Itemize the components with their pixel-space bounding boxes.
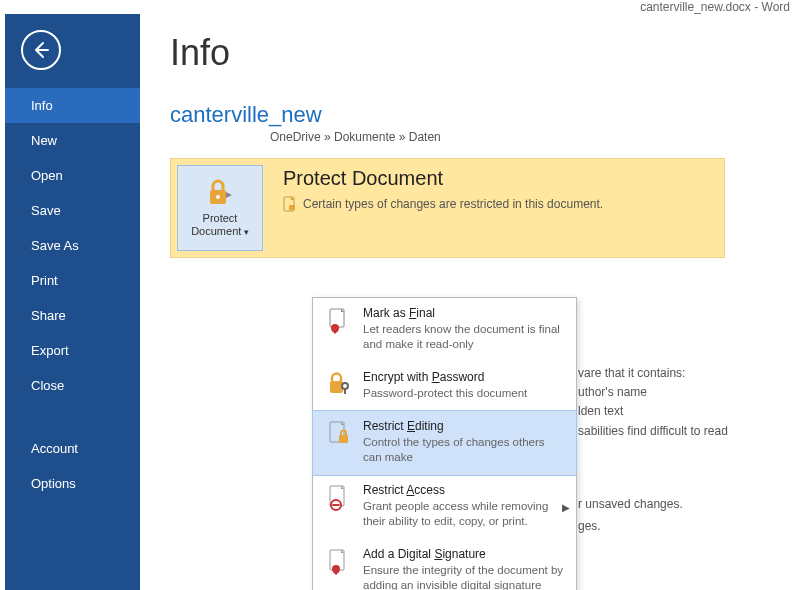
protect-note: Certain types of changes are restricted … — [303, 197, 603, 211]
document-block-icon — [328, 485, 350, 511]
backstage-sidebar: Info New Open Save Save As Print Share E… — [5, 14, 140, 590]
menu-desc: Ensure the integrity of the document by … — [363, 563, 566, 590]
title-bar: canterville_new.docx - Word — [0, 0, 798, 14]
nav-close[interactable]: Close — [5, 368, 140, 403]
arrow-left-icon — [31, 40, 51, 60]
nav-label: Open — [31, 168, 63, 183]
menu-desc: Let readers know the document is final a… — [363, 322, 566, 352]
nav-label: Save — [31, 203, 61, 218]
svg-rect-6 — [330, 381, 343, 393]
document-name: canterville_new — [170, 102, 798, 128]
svg-rect-9 — [339, 435, 348, 443]
page-title: Info — [170, 32, 798, 74]
document-path: OneDrive » Dokumente » Daten — [170, 130, 798, 144]
menu-title: Mark as Final — [363, 306, 566, 320]
document-lock-icon — [328, 421, 350, 447]
nav-label: New — [31, 133, 57, 148]
lock-key-icon — [328, 372, 350, 396]
submenu-arrow-icon: ▶ — [562, 501, 570, 512]
menu-restrict-editing[interactable]: Restrict Editing Control the types of ch… — [312, 410, 577, 476]
nav-save[interactable]: Save — [5, 193, 140, 228]
svg-point-5 — [331, 324, 339, 332]
protect-document-button[interactable]: Protect Document ▾ — [177, 165, 263, 251]
protect-btn-line1: Protect — [203, 212, 238, 224]
menu-title: Add a Digital Signature — [363, 547, 566, 561]
nav-label: Save As — [31, 238, 79, 253]
back-button[interactable] — [21, 30, 61, 70]
partially-visible-versions-text: r unsaved changes. ges. — [578, 494, 683, 537]
lock-shield-icon — [204, 178, 236, 208]
menu-digital-signature[interactable]: Add a Digital Signature Ensure the integ… — [313, 539, 576, 590]
nav-share[interactable]: Share — [5, 298, 140, 333]
nav-label: Info — [31, 98, 53, 113]
nav-open[interactable]: Open — [5, 158, 140, 193]
menu-title: Restrict Access — [363, 483, 566, 497]
menu-desc: Grant people access while removing their… — [363, 499, 566, 529]
svg-point-7 — [342, 383, 348, 389]
nav-export[interactable]: Export — [5, 333, 140, 368]
document-lock-icon — [283, 196, 297, 212]
protect-btn-line2: Document — [191, 225, 241, 237]
nav-label: Share — [31, 308, 66, 323]
nav-options[interactable]: Options — [5, 466, 140, 501]
menu-mark-as-final[interactable]: Mark as Final Let readers know the docum… — [313, 298, 576, 362]
nav-label: Export — [31, 343, 69, 358]
menu-encrypt-password[interactable]: Encrypt with Password Password-protect t… — [313, 362, 576, 411]
nav-label: Print — [31, 273, 58, 288]
window-title: canterville_new.docx - Word — [640, 0, 790, 14]
nav-save-as[interactable]: Save As — [5, 228, 140, 263]
protect-document-panel: Protect Document ▾ Protect Document Cert… — [170, 158, 725, 258]
protect-heading: Protect Document — [283, 167, 603, 190]
nav-new[interactable]: New — [5, 123, 140, 158]
content-area: Info canterville_new OneDrive » Dokument… — [140, 14, 798, 590]
nav-label: Close — [31, 378, 64, 393]
nav-info[interactable]: Info — [5, 88, 140, 123]
partially-visible-inspect-text: vare that it contains: uthor's name lden… — [578, 364, 728, 441]
menu-desc: Password-protect this document — [363, 386, 566, 401]
nav-label: Account — [31, 441, 78, 456]
menu-desc: Control the types of changes others can … — [363, 435, 566, 465]
nav-label: Options — [31, 476, 76, 491]
menu-restrict-access[interactable]: Restrict Access Grant people access whil… — [313, 475, 576, 539]
menu-title: Encrypt with Password — [363, 370, 566, 384]
svg-rect-3 — [289, 205, 295, 210]
svg-point-1 — [216, 195, 220, 199]
dropdown-caret-icon: ▾ — [241, 227, 249, 237]
protect-document-menu: Mark as Final Let readers know the docum… — [312, 297, 577, 590]
nav-account[interactable]: Account — [5, 431, 140, 466]
document-seal-icon — [328, 549, 350, 575]
nav-print[interactable]: Print — [5, 263, 140, 298]
menu-title: Restrict Editing — [363, 419, 566, 433]
document-ribbon-icon — [328, 308, 350, 334]
svg-point-14 — [332, 565, 340, 573]
